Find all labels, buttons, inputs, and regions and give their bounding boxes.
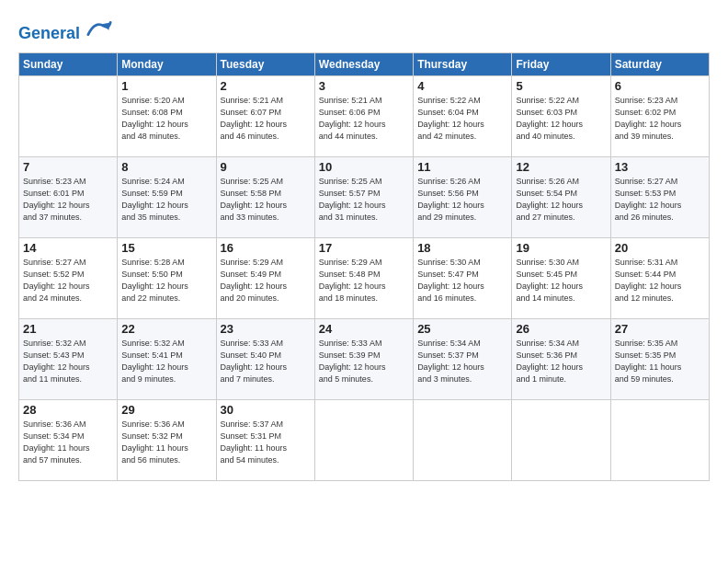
calendar-header-row: SundayMondayTuesdayWednesdayThursdayFrid…: [19, 52, 710, 75]
day-info: Sunrise: 5:31 AMSunset: 5:44 PMDaylight:…: [615, 257, 705, 304]
calendar-cell: 19Sunrise: 5:30 AMSunset: 5:45 PMDayligh…: [512, 237, 610, 318]
day-info: Sunrise: 5:27 AMSunset: 5:53 PMDaylight:…: [615, 176, 705, 224]
day-number: 7: [23, 160, 113, 174]
calendar-cell: 2Sunrise: 5:21 AMSunset: 6:07 PMDaylight…: [216, 75, 314, 156]
day-number: 23: [221, 322, 311, 336]
logo-text: General: [18, 20, 112, 43]
day-number: 11: [417, 160, 507, 174]
weekday-header: Wednesday: [314, 52, 413, 75]
day-number: 22: [121, 322, 211, 336]
day-info: Sunrise: 5:34 AMSunset: 5:36 PMDaylight:…: [516, 338, 606, 385]
day-number: 21: [23, 322, 113, 336]
day-info: Sunrise: 5:22 AMSunset: 6:03 PMDaylight:…: [516, 95, 606, 143]
day-number: 26: [516, 322, 606, 336]
day-info: Sunrise: 5:23 AMSunset: 6:01 PMDaylight:…: [23, 176, 113, 224]
day-info: Sunrise: 5:20 AMSunset: 6:08 PMDaylight:…: [121, 95, 211, 143]
day-info: Sunrise: 5:21 AMSunset: 6:07 PMDaylight:…: [221, 95, 311, 143]
calendar-cell: 11Sunrise: 5:26 AMSunset: 5:56 PMDayligh…: [414, 156, 512, 237]
calendar-week-row: 21Sunrise: 5:32 AMSunset: 5:43 PMDayligh…: [19, 318, 710, 399]
day-number: 19: [516, 241, 606, 255]
calendar-week-row: 1Sunrise: 5:20 AMSunset: 6:08 PMDaylight…: [19, 75, 710, 156]
calendar-cell: 23Sunrise: 5:33 AMSunset: 5:40 PMDayligh…: [216, 318, 314, 399]
day-info: Sunrise: 5:25 AMSunset: 5:58 PMDaylight:…: [221, 176, 311, 224]
day-number: 28: [23, 403, 113, 417]
page-header: General: [18, 17, 710, 43]
day-info: Sunrise: 5:36 AMSunset: 5:34 PMDaylight:…: [23, 419, 113, 466]
day-number: 14: [23, 241, 113, 255]
day-number: 13: [615, 160, 705, 174]
day-info: Sunrise: 5:32 AMSunset: 5:43 PMDaylight:…: [23, 338, 113, 385]
day-number: 10: [319, 160, 409, 174]
day-info: Sunrise: 5:34 AMSunset: 5:37 PMDaylight:…: [417, 338, 507, 385]
calendar-week-row: 28Sunrise: 5:36 AMSunset: 5:34 PMDayligh…: [19, 399, 710, 480]
calendar-cell: 27Sunrise: 5:35 AMSunset: 5:35 PMDayligh…: [610, 318, 709, 399]
day-number: 15: [121, 241, 211, 255]
calendar-cell: [314, 399, 413, 480]
day-number: 6: [615, 79, 705, 93]
day-number: 8: [121, 160, 211, 174]
calendar-cell: 15Sunrise: 5:28 AMSunset: 5:50 PMDayligh…: [118, 237, 216, 318]
weekday-header: Friday: [512, 52, 610, 75]
logo: General: [18, 20, 112, 43]
calendar-cell: 14Sunrise: 5:27 AMSunset: 5:52 PMDayligh…: [19, 237, 118, 318]
day-info: Sunrise: 5:28 AMSunset: 5:50 PMDaylight:…: [121, 257, 211, 304]
calendar-cell: 29Sunrise: 5:36 AMSunset: 5:32 PMDayligh…: [118, 399, 216, 480]
day-number: 30: [221, 403, 311, 417]
calendar-cell: 18Sunrise: 5:30 AMSunset: 5:47 PMDayligh…: [414, 237, 512, 318]
day-number: 9: [221, 160, 311, 174]
calendar-cell: 17Sunrise: 5:29 AMSunset: 5:48 PMDayligh…: [314, 237, 413, 318]
day-number: 29: [121, 403, 211, 417]
day-info: Sunrise: 5:33 AMSunset: 5:39 PMDaylight:…: [319, 338, 409, 385]
calendar-week-row: 14Sunrise: 5:27 AMSunset: 5:52 PMDayligh…: [19, 237, 710, 318]
calendar-cell: 8Sunrise: 5:24 AMSunset: 5:59 PMDaylight…: [118, 156, 216, 237]
calendar-cell: 6Sunrise: 5:23 AMSunset: 6:02 PMDaylight…: [610, 75, 709, 156]
day-number: 18: [417, 241, 507, 255]
calendar-cell: 22Sunrise: 5:32 AMSunset: 5:41 PMDayligh…: [118, 318, 216, 399]
day-info: Sunrise: 5:35 AMSunset: 5:35 PMDaylight:…: [615, 338, 705, 385]
calendar-cell: 24Sunrise: 5:33 AMSunset: 5:39 PMDayligh…: [314, 318, 413, 399]
calendar-cell: 13Sunrise: 5:27 AMSunset: 5:53 PMDayligh…: [610, 156, 709, 237]
weekday-header: Monday: [118, 52, 216, 75]
calendar-cell: 5Sunrise: 5:22 AMSunset: 6:03 PMDaylight…: [512, 75, 610, 156]
day-number: 20: [615, 241, 705, 255]
calendar-cell: [610, 399, 709, 480]
calendar-cell: 20Sunrise: 5:31 AMSunset: 5:44 PMDayligh…: [610, 237, 709, 318]
day-number: 4: [417, 79, 507, 93]
day-info: Sunrise: 5:29 AMSunset: 5:49 PMDaylight:…: [221, 257, 311, 304]
weekday-header: Thursday: [414, 52, 512, 75]
calendar-week-row: 7Sunrise: 5:23 AMSunset: 6:01 PMDaylight…: [19, 156, 710, 237]
day-number: 3: [319, 79, 409, 93]
day-info: Sunrise: 5:22 AMSunset: 6:04 PMDaylight:…: [417, 95, 507, 143]
calendar-cell: 28Sunrise: 5:36 AMSunset: 5:34 PMDayligh…: [19, 399, 118, 480]
day-number: 27: [615, 322, 705, 336]
day-number: 12: [516, 160, 606, 174]
calendar-cell: 7Sunrise: 5:23 AMSunset: 6:01 PMDaylight…: [19, 156, 118, 237]
day-number: 16: [221, 241, 311, 255]
calendar-cell: [19, 75, 118, 156]
day-info: Sunrise: 5:30 AMSunset: 5:45 PMDaylight:…: [516, 257, 606, 304]
day-info: Sunrise: 5:30 AMSunset: 5:47 PMDaylight:…: [417, 257, 507, 304]
day-info: Sunrise: 5:26 AMSunset: 5:54 PMDaylight:…: [516, 176, 606, 224]
day-number: 5: [516, 79, 606, 93]
day-info: Sunrise: 5:29 AMSunset: 5:48 PMDaylight:…: [319, 257, 409, 304]
day-info: Sunrise: 5:21 AMSunset: 6:06 PMDaylight:…: [319, 95, 409, 143]
day-number: 2: [221, 79, 311, 93]
day-number: 24: [319, 322, 409, 336]
calendar-cell: 21Sunrise: 5:32 AMSunset: 5:43 PMDayligh…: [19, 318, 118, 399]
calendar-cell: 10Sunrise: 5:25 AMSunset: 5:57 PMDayligh…: [314, 156, 413, 237]
weekday-header: Sunday: [19, 52, 118, 75]
calendar-cell: 4Sunrise: 5:22 AMSunset: 6:04 PMDaylight…: [414, 75, 512, 156]
day-info: Sunrise: 5:37 AMSunset: 5:31 PMDaylight:…: [221, 419, 311, 466]
day-info: Sunrise: 5:25 AMSunset: 5:57 PMDaylight:…: [319, 176, 409, 224]
calendar-cell: [512, 399, 610, 480]
day-info: Sunrise: 5:24 AMSunset: 5:59 PMDaylight:…: [121, 176, 211, 224]
calendar-cell: 25Sunrise: 5:34 AMSunset: 5:37 PMDayligh…: [414, 318, 512, 399]
calendar-cell: 16Sunrise: 5:29 AMSunset: 5:49 PMDayligh…: [216, 237, 314, 318]
calendar-cell: 1Sunrise: 5:20 AMSunset: 6:08 PMDaylight…: [118, 75, 216, 156]
day-number: 25: [417, 322, 507, 336]
day-number: 1: [121, 79, 211, 93]
day-number: 17: [319, 241, 409, 255]
logo-icon: [86, 18, 112, 39]
calendar-cell: 9Sunrise: 5:25 AMSunset: 5:58 PMDaylight…: [216, 156, 314, 237]
weekday-header: Tuesday: [216, 52, 314, 75]
